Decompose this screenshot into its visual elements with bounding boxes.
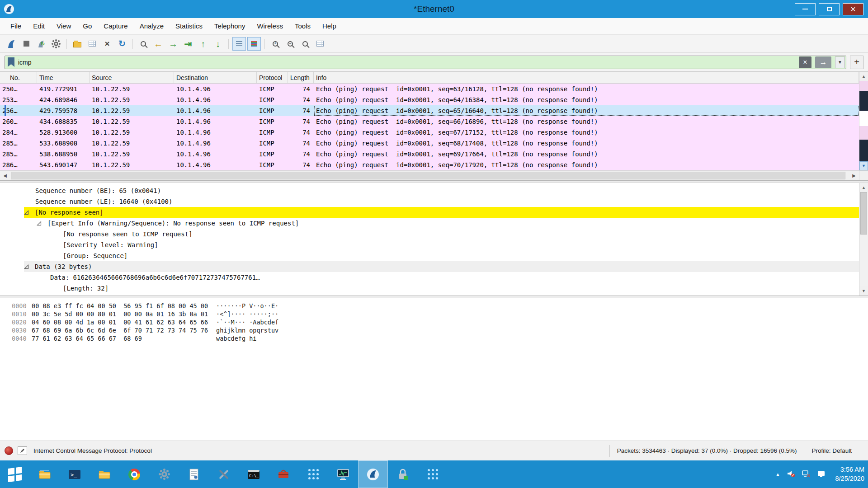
- zoom-out-magnifier-icon[interactable]: −: [283, 37, 297, 51]
- column-header-source[interactable]: Source: [90, 72, 174, 83]
- detail-line[interactable]: [Group: Sequence]: [63, 250, 859, 261]
- detail-line[interactable]: Data: 6162636465666768696a6b6c6d6e6f7071…: [50, 272, 859, 283]
- close-capture-file-icon[interactable]: ×: [100, 37, 114, 51]
- column-header-protocol[interactable]: Protocol: [257, 72, 288, 83]
- expert-info-icon[interactable]: [5, 446, 13, 455]
- expander-triangle-icon[interactable]: [24, 264, 29, 269]
- filter-clear-icon[interactable]: ×: [799, 56, 811, 68]
- taskbar-settings-gear-icon[interactable]: [149, 460, 179, 488]
- table-row[interactable]: 285… 533.688908 10.1.22.59 10.1.4.96 ICM…: [0, 138, 859, 149]
- taskbar-performance-monitor-icon[interactable]: [328, 460, 358, 488]
- menu-statistics[interactable]: Statistics: [170, 18, 208, 34]
- menu-file[interactable]: File: [5, 18, 27, 34]
- taskbar-app-grid-2-icon[interactable]: [418, 460, 448, 488]
- taskbar-powershell-icon[interactable]: >_: [60, 460, 90, 488]
- hex-row[interactable]: 004077 61 62 63 64 65 66 67 68 69wabcdef…: [12, 334, 868, 343]
- start-capture-fin-icon[interactable]: [5, 37, 18, 51]
- hidden-icons-chevron-icon[interactable]: ▲: [776, 472, 780, 477]
- detail-line-expert-info[interactable]: [Expert Info (Warning/Sequence): No resp…: [37, 218, 859, 229]
- display-icon[interactable]: [817, 469, 826, 480]
- menu-wireless[interactable]: Wireless: [251, 18, 289, 34]
- zoom-reset-magnifier-icon[interactable]: [298, 37, 312, 51]
- menu-view[interactable]: View: [51, 18, 77, 34]
- taskbar-security-lock-icon[interactable]: [388, 460, 418, 488]
- scroll-left-icon[interactable]: ◀: [0, 171, 10, 180]
- details-scroll-thumb[interactable]: [860, 192, 867, 235]
- taskbar-security-policy-document-icon[interactable]: [179, 460, 209, 488]
- scroll-down-icon[interactable]: ▼: [859, 161, 868, 170]
- detail-line[interactable]: [No response seen to ICMP request]: [63, 229, 859, 239]
- filter-input[interactable]: icmp: [18, 59, 795, 66]
- detail-line-data[interactable]: Data (32 bytes): [24, 261, 859, 272]
- volume-muted-icon[interactable]: [786, 469, 795, 480]
- menu-edit[interactable]: Edit: [27, 18, 51, 34]
- stop-capture-icon[interactable]: [19, 37, 33, 51]
- scroll-down-icon[interactable]: ▼: [859, 286, 868, 296]
- expander-triangle-icon[interactable]: [37, 221, 42, 226]
- expander-triangle-icon[interactable]: [24, 210, 29, 215]
- capture-comment-icon[interactable]: [18, 446, 27, 455]
- menu-go[interactable]: Go: [77, 18, 98, 34]
- close-icon[interactable]: ×: [843, 3, 863, 15]
- detail-line[interactable]: [Severity level: Warning]: [63, 239, 859, 250]
- find-packet-magnifier-icon[interactable]: [137, 37, 150, 51]
- resize-columns-icon[interactable]: [313, 37, 327, 51]
- capture-options-gear-icon[interactable]: [49, 37, 63, 51]
- hex-row[interactable]: 000000 08 e3 ff fc 04 00 50 56 95 f1 6f …: [12, 302, 868, 310]
- go-back-arrow-icon[interactable]: ←: [151, 37, 165, 51]
- taskbar-command-prompt-icon[interactable]: C:\_: [239, 460, 269, 488]
- table-row[interactable]: 284… 528.913600 10.1.22.59 10.1.4.96 ICM…: [0, 127, 859, 138]
- scroll-right-icon[interactable]: ▶: [849, 171, 859, 180]
- table-row-selected[interactable]: 256… 429.759578 10.1.22.59 10.1.4.96 ICM…: [0, 105, 859, 116]
- taskbar-toolbox-icon[interactable]: [269, 460, 298, 488]
- go-last-packet-icon[interactable]: ↓: [211, 37, 225, 51]
- column-header-info[interactable]: Info: [314, 72, 859, 83]
- taskbar-app-grid-icon[interactable]: [298, 460, 328, 488]
- start-button[interactable]: [0, 460, 30, 488]
- hex-row[interactable]: 003067 68 69 6a 6b 6c 6d 6e 6f 70 71 72 …: [12, 326, 868, 334]
- column-header-length[interactable]: Length: [288, 72, 314, 83]
- taskbar-wireshark-icon[interactable]: [358, 460, 388, 488]
- hex-row[interactable]: 001000 3c 5e 5d 00 00 80 01 00 00 0a 01 …: [12, 310, 868, 318]
- horizontal-scroll-thumb[interactable]: [11, 172, 845, 179]
- menu-tools[interactable]: Tools: [289, 18, 316, 34]
- table-row[interactable]: 253… 424.689846 10.1.22.59 10.1.4.96 ICM…: [0, 94, 859, 105]
- go-forward-arrow-icon[interactable]: →: [166, 37, 180, 51]
- table-row[interactable]: 250… 419.772991 10.1.22.59 10.1.4.96 ICM…: [0, 84, 859, 94]
- table-row[interactable]: 286… 543.690147 10.1.22.59 10.1.4.96 ICM…: [0, 160, 859, 170]
- table-row[interactable]: 260… 434.688835 10.1.22.59 10.1.4.96 ICM…: [0, 116, 859, 127]
- detail-line[interactable]: [Length: 32]: [63, 283, 859, 294]
- taskbar-file-explorer-icon[interactable]: [30, 460, 60, 488]
- detail-line[interactable]: Sequence number (BE): 65 (0x0041): [35, 185, 859, 196]
- taskbar-admin-tools-icon[interactable]: [209, 460, 239, 488]
- scroll-up-icon[interactable]: ▲: [859, 183, 868, 192]
- auto-scroll-toggle-icon[interactable]: [232, 37, 246, 51]
- hex-row[interactable]: 002004 60 08 00 4d 1a 00 01 00 41 61 62 …: [12, 318, 868, 326]
- intelligent-scrollbar-minimap[interactable]: [859, 81, 868, 161]
- reload-file-icon[interactable]: ↻: [115, 37, 129, 51]
- go-first-packet-icon[interactable]: ↑: [196, 37, 210, 51]
- display-filter-field[interactable]: icmp × → ▼: [5, 56, 846, 69]
- detail-line-no-response[interactable]: [No response seen]: [24, 207, 859, 218]
- menu-help[interactable]: Help: [316, 18, 342, 34]
- menu-capture[interactable]: Capture: [98, 18, 133, 34]
- scroll-up-icon[interactable]: ▲: [859, 72, 868, 81]
- detail-line[interactable]: Sequence number (LE): 16640 (0x4100): [35, 196, 859, 207]
- menu-analyze[interactable]: Analyze: [134, 18, 170, 34]
- open-capture-file-folder-icon[interactable]: [71, 37, 84, 51]
- column-header-destination[interactable]: Destination: [174, 72, 257, 83]
- column-header-no[interactable]: No.: [0, 72, 37, 83]
- save-capture-file-icon[interactable]: [85, 37, 99, 51]
- minimize-icon[interactable]: [795, 3, 816, 15]
- table-row[interactable]: 285… 538.688950 10.1.22.59 10.1.4.96 ICM…: [0, 149, 859, 160]
- packet-list-horizontal-scrollbar[interactable]: ◀ ▶: [0, 170, 868, 180]
- details-vertical-scrollbar[interactable]: ▲ ▼: [859, 183, 868, 296]
- filter-dropdown-chevron-icon[interactable]: ▼: [835, 56, 845, 68]
- taskbar-chrome-icon[interactable]: [119, 460, 149, 488]
- taskbar-folder-icon[interactable]: [90, 460, 119, 488]
- filter-add-button[interactable]: +: [850, 56, 863, 69]
- restart-capture-icon[interactable]: ↻: [34, 37, 48, 51]
- colorize-toggle-icon[interactable]: [247, 37, 261, 51]
- network-disconnected-icon[interactable]: [802, 469, 811, 480]
- column-header-time[interactable]: Time: [37, 72, 90, 83]
